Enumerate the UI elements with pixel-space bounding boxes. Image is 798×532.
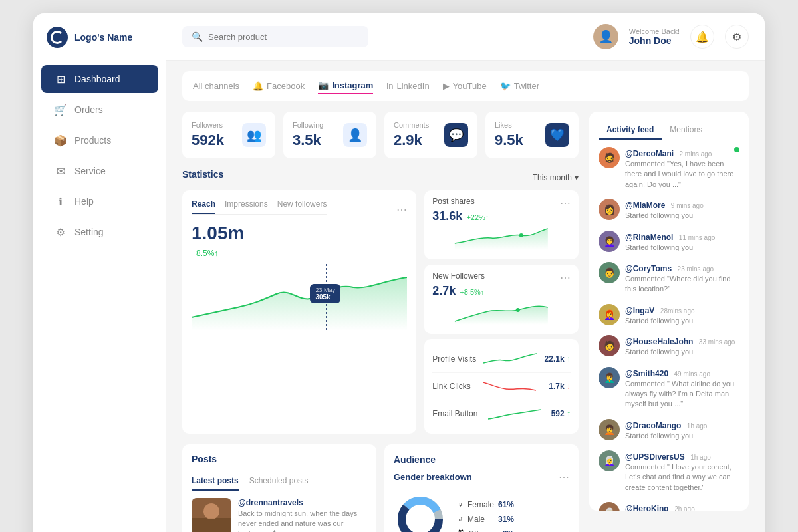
feed-username: @HouseHaleJohn [625, 337, 693, 346]
reach-tabs: Reach Impressions New followers [192, 200, 327, 215]
statistics-header: Statistics This month ▾ [182, 169, 579, 186]
feed-avatar: 👨‍🦳 [598, 502, 620, 511]
feed-text: Commented "Yes, I have been there and I … [625, 159, 739, 190]
tab-youtube[interactable]: ▶ YouTube [443, 78, 487, 94]
feed-time: 28mins ago [660, 307, 695, 315]
feed-username: @CoryToms [625, 264, 672, 273]
settings-button[interactable]: ⚙ [725, 25, 749, 49]
legend-male: ♂ Male 31% [458, 515, 514, 524]
new-followers-chart: New Followers ⋯ 2.7k +8.5%↑ [424, 265, 579, 334]
feed-text: Commented " What airline do you always f… [625, 379, 739, 410]
feed-avatar: 👩‍🦳 [598, 450, 620, 471]
tab-facebook[interactable]: 🔔 Facebook [253, 78, 305, 94]
feed-time: 1h ago [690, 454, 711, 461]
tab-latest-posts[interactable]: Latest posts [192, 476, 239, 491]
feed-avatar: 👩‍🦰 [598, 304, 620, 325]
logo-text: Logo's Name [74, 32, 132, 43]
feed-time: 23 mins ago [678, 265, 714, 273]
tab-linkedin[interactable]: in LinkedIn [386, 78, 429, 94]
sidebar-item-help[interactable]: ℹ Help [41, 188, 158, 215]
feed-text: Started following you [625, 211, 739, 221]
tab-reach[interactable]: Reach [192, 200, 215, 214]
avatar: 👤 [593, 24, 618, 49]
tab-instagram[interactable]: 📷 Instagram [318, 78, 373, 94]
feed-username: @RinaMenol [625, 233, 673, 242]
header-right: 👤 Welcome Back! John Doe 🔔 ⚙ [593, 24, 749, 49]
gender-more[interactable]: ⋯ [559, 471, 569, 483]
feed-item: 🧔 @DercoMani 2 mins ago Commented "Yes, … [598, 147, 739, 190]
feed-time: 11 mins ago [679, 234, 715, 241]
legend-female: ♀ Female 61% [458, 500, 514, 509]
search-input[interactable] [208, 32, 359, 42]
feed-text: Started following you [625, 243, 739, 253]
tab-impressions[interactable]: Impressions [225, 200, 268, 214]
content-grid: Followers 592k 👥 Following 3.5k 👤 [182, 112, 749, 532]
tab-activity-feed[interactable]: Activity feed [598, 121, 662, 140]
feed-time: 49 mins ago [674, 370, 710, 378]
content: All channels 🔔 Facebook 📷 Instagram in L… [166, 61, 765, 532]
period-selector[interactable]: This month ▾ [533, 173, 579, 182]
stat-card-followers: Followers 592k 👥 [182, 112, 275, 158]
post-shares-more[interactable]: ⋯ [560, 197, 571, 209]
search-icon: 🔍 [192, 31, 203, 42]
logo-icon [47, 27, 68, 48]
orders-icon: 🛒 [55, 104, 66, 116]
feed-time: 2 mins ago [680, 150, 712, 158]
dashboard-icon: ⊞ [55, 73, 66, 85]
stat-card-following: Following 3.5k 👤 [283, 112, 376, 158]
feed-avatar: 👩‍🦱 [598, 231, 620, 252]
svg-point-6 [203, 503, 219, 519]
feed-username: @HeroKing [625, 504, 669, 511]
feed-username: @MiaMore [625, 201, 665, 210]
metric-profile-visits: Profile Visits 22.1k ↑ [432, 346, 571, 373]
help-icon: ℹ [55, 196, 66, 207]
feed-list: 🧔 @DercoMani 2 mins ago Commented "Yes, … [598, 147, 739, 511]
tab-scheduled-posts[interactable]: Scheduled posts [249, 476, 309, 491]
feed-item: 🧑‍🦱 @DracoMango 1h ago Started following… [598, 419, 739, 441]
stat-card-likes: Likes 9.5k 💙 [485, 112, 579, 158]
reach-more-button[interactable]: ⋯ [396, 203, 407, 216]
feed-time: 1h ago [687, 422, 708, 430]
tab-twitter[interactable]: 🐦 Twitter [500, 78, 539, 94]
sidebar-item-service[interactable]: ✉ Service [41, 157, 158, 185]
feed-avatar: 🧔 [598, 147, 620, 168]
post-shares-chart: Post shares ⋯ 31.6k +22%↑ [424, 190, 579, 259]
setting-icon: ⚙ [55, 226, 66, 238]
notification-button[interactable]: 🔔 [690, 25, 714, 49]
sidebar-item-products[interactable]: 📦 Products [41, 126, 158, 154]
feed-username: @DercoMani [625, 149, 674, 158]
gender-legend: ♀ Female 61% ♂ Male 31% [458, 500, 514, 532]
sidebar-item-dashboard[interactable]: ⊞ Dashboard [41, 65, 158, 93]
main-area: 🔍 👤 Welcome Back! John Doe 🔔 ⚙ All chann… [166, 13, 765, 532]
logo-area: Logo's Name [33, 27, 166, 64]
comments-icon: 💬 [444, 123, 468, 147]
activity-feed-panel: Activity feed Mentions 🧔 @DercoMani 2 mi… [589, 112, 749, 511]
sidebar-item-orders[interactable]: 🛒 Orders [41, 96, 158, 124]
reach-chart: Reach Impressions New followers ⋯ 1.05m … [182, 190, 416, 434]
feed-item: 👨 @CoryToms 23 mins ago Commented "Where… [598, 262, 739, 295]
reach-chart-area: 23 May 305k [192, 264, 407, 331]
feed-username: @IngaV [625, 306, 654, 315]
likes-icon: 💙 [545, 123, 569, 147]
posts-section: Posts Latest posts Scheduled posts [182, 444, 376, 532]
following-icon: 👤 [343, 123, 367, 147]
left-panel: Followers 592k 👥 Following 3.5k 👤 [182, 112, 579, 532]
feed-item: 👨‍🦱 @Smith420 49 mins ago Commented " Wh… [598, 367, 739, 410]
online-indicator [734, 147, 739, 152]
tab-all-channels[interactable]: All channels [193, 78, 239, 94]
svg-rect-5 [192, 518, 231, 532]
search-box[interactable]: 🔍 [182, 26, 368, 47]
feed-avatar: 👨 [598, 262, 620, 283]
tab-mentions[interactable]: Mentions [662, 121, 710, 140]
tab-new-followers[interactable]: New followers [277, 200, 327, 214]
svg-point-2 [519, 233, 523, 237]
feed-username: @Smith420 [625, 369, 668, 378]
new-followers-more[interactable]: ⋯ [560, 271, 571, 284]
feed-text: Commented " I love your conent, Let's ch… [625, 462, 739, 493]
sidebar-item-setting[interactable]: ⚙ Setting [41, 218, 158, 246]
mini-metrics: Profile Visits 22.1k ↑ Link Clicks [424, 339, 579, 434]
feed-time: 9 mins ago [671, 202, 704, 209]
feed-item: 👨‍🦳 @HeroKing 2h ago Started following y… [598, 502, 739, 511]
welcome-text: Welcome Back! [629, 27, 680, 35]
metric-link-clicks: Link Clicks 1.7k ↓ [432, 373, 571, 400]
